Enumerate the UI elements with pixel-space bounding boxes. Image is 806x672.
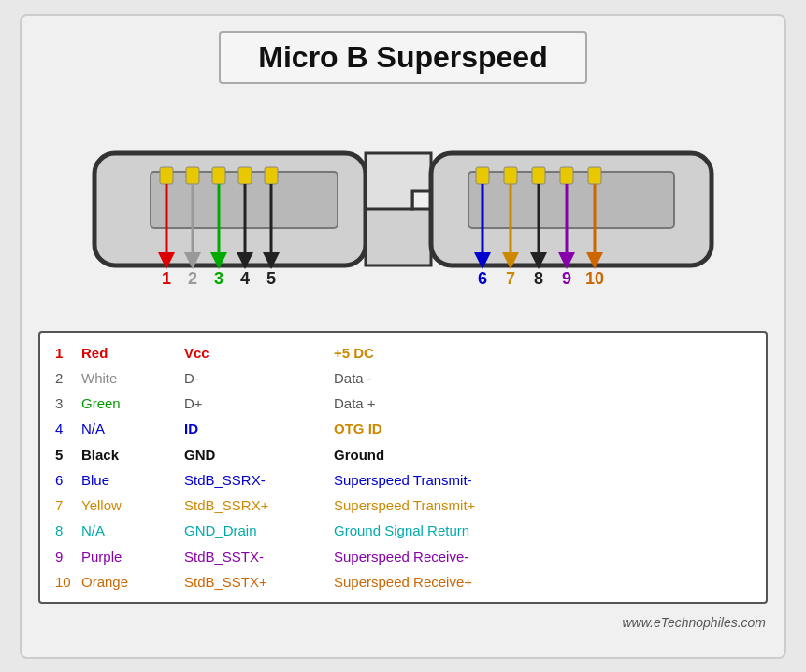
- legend-row: 6BlueStdB_SSRX-Superspeed Transmit-: [55, 467, 751, 493]
- legend-pin-name: N/A: [81, 520, 184, 541]
- svg-text:8: 8: [534, 269, 543, 288]
- watermark: www.eTechnophiles.com: [622, 615, 766, 630]
- legend-pin-signal: StdB_SSTX+: [184, 571, 334, 593]
- svg-rect-12: [560, 167, 573, 184]
- legend-pin-num: 9: [55, 546, 81, 567]
- svg-rect-10: [504, 167, 517, 184]
- title-box: Micro B Superspeed: [219, 31, 586, 84]
- legend-pin-signal: Vcc: [184, 342, 334, 364]
- svg-rect-11: [532, 167, 545, 184]
- svg-text:10: 10: [585, 269, 604, 288]
- legend-pin-desc: OTG ID: [334, 418, 751, 439]
- legend-pin-signal: StdB_SSTX-: [184, 546, 334, 567]
- legend-pin-num: 2: [55, 367, 81, 389]
- legend-pin-signal: D-: [184, 367, 334, 389]
- legend-row: 2WhiteD-Data -: [55, 365, 751, 391]
- svg-text:6: 6: [478, 269, 487, 288]
- connector-svg: 1 2 3 4 5 6 7 8 9 10: [38, 97, 768, 322]
- legend-table: 1RedVcc+5 DC2WhiteD-Data -3GreenD+Data +…: [38, 331, 768, 605]
- legend-pin-desc: Superspeed Transmit+: [334, 494, 751, 516]
- legend-pin-desc: Ground Signal Return: [334, 520, 751, 541]
- svg-rect-4: [212, 167, 225, 184]
- legend-pin-signal: GND: [184, 444, 334, 465]
- legend-pin-desc: Data -: [334, 367, 751, 389]
- svg-text:3: 3: [214, 269, 223, 288]
- svg-rect-5: [238, 167, 252, 184]
- svg-rect-6: [265, 167, 278, 184]
- legend-pin-signal: StdB_SSRX-: [184, 469, 334, 491]
- legend-pin-name: Orange: [81, 571, 184, 593]
- svg-text:9: 9: [562, 269, 571, 288]
- legend-pin-name: N/A: [81, 418, 184, 439]
- legend-row: 9PurpleStdB_SSTX-Superspeed Receive-: [55, 544, 751, 569]
- legend-pin-num: 3: [55, 393, 81, 414]
- legend-pin-desc: Superspeed Receive+: [334, 571, 751, 593]
- legend-row: 4N/AIDOTG ID: [55, 416, 751, 441]
- svg-rect-9: [476, 167, 489, 184]
- legend-pin-num: 10: [55, 571, 81, 593]
- legend-pin-num: 7: [55, 494, 81, 516]
- legend-row: 1RedVcc+5 DC: [55, 340, 751, 365]
- svg-text:5: 5: [266, 269, 276, 288]
- legend-pin-name: Red: [81, 342, 184, 364]
- legend-pin-name: Green: [81, 393, 184, 414]
- main-container: Micro B Superspeed: [20, 14, 786, 659]
- svg-rect-2: [160, 167, 173, 184]
- legend-pin-signal: D+: [184, 393, 334, 414]
- legend-pin-name: Black: [81, 444, 184, 465]
- legend-pin-num: 4: [55, 418, 81, 439]
- legend-pin-num: 5: [55, 444, 81, 465]
- legend-pin-name: White: [81, 367, 184, 389]
- legend-pin-name: Blue: [81, 469, 184, 491]
- page-title: Micro B Superspeed: [258, 40, 547, 74]
- svg-rect-3: [186, 167, 199, 184]
- legend-row: 8N/AGND_DrainGround Signal Return: [55, 518, 751, 543]
- legend-pin-signal: StdB_SSRX+: [184, 494, 334, 516]
- svg-text:7: 7: [506, 269, 515, 288]
- legend-row: 10OrangeStdB_SSTX+Superspeed Receive+: [55, 569, 751, 594]
- svg-text:2: 2: [188, 269, 197, 288]
- legend-pin-num: 1: [55, 342, 81, 364]
- legend-pin-name: Yellow: [81, 494, 184, 516]
- legend-pin-desc: +5 DC: [334, 342, 751, 364]
- legend-row: 7YellowStdB_SSRX+Superspeed Transmit+: [55, 493, 751, 518]
- svg-text:4: 4: [240, 269, 250, 288]
- legend-pin-desc: Superspeed Transmit-: [334, 469, 751, 491]
- svg-text:1: 1: [162, 269, 171, 288]
- connector-diagram: 1 2 3 4 5 6 7 8 9 10: [38, 97, 768, 322]
- svg-rect-13: [588, 167, 601, 184]
- legend-row: 3GreenD+Data +: [55, 391, 751, 416]
- legend-pin-num: 8: [55, 520, 81, 541]
- legend-pin-name: Purple: [81, 546, 184, 567]
- legend-pin-num: 6: [55, 469, 81, 491]
- legend-row: 5BlackGNDGround: [55, 442, 751, 467]
- legend-pin-desc: Ground: [334, 444, 751, 465]
- legend-pin-signal: GND_Drain: [184, 520, 334, 541]
- legend-pin-desc: Data +: [334, 393, 751, 414]
- legend-pin-desc: Superspeed Receive-: [334, 546, 751, 567]
- legend-pin-signal: ID: [184, 418, 334, 439]
